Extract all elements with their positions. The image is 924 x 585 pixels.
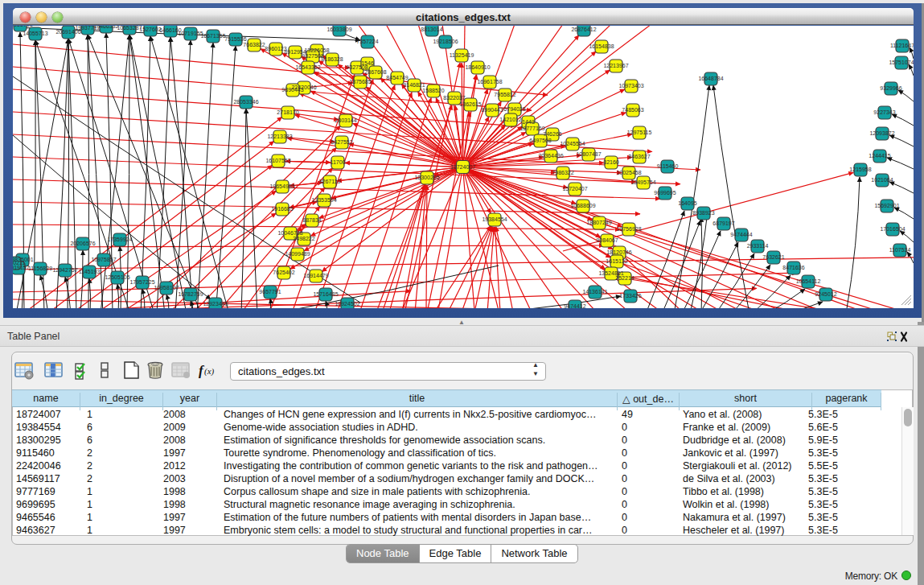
svg-text:19654985: 19654985 bbox=[269, 183, 294, 189]
svg-text:252214: 252214 bbox=[615, 275, 634, 281]
svg-text:8463627: 8463627 bbox=[628, 154, 650, 159]
svg-text:746266: 746266 bbox=[543, 131, 561, 137]
svg-text:6794028: 6794028 bbox=[503, 106, 525, 112]
svg-text:14136141: 14136141 bbox=[582, 289, 607, 295]
svg-text:20364436: 20364436 bbox=[538, 153, 563, 159]
svg-text:7663822: 7663822 bbox=[243, 42, 265, 47]
svg-text:10975857: 10975857 bbox=[91, 257, 116, 262]
svg-text:9890443: 9890443 bbox=[281, 87, 303, 93]
svg-text:10653287: 10653287 bbox=[117, 26, 142, 31]
svg-text:11121647: 11121647 bbox=[890, 43, 914, 48]
svg-text:26876412: 26876412 bbox=[571, 27, 596, 32]
svg-text:18807249: 18807249 bbox=[586, 220, 611, 225]
svg-text:16648784: 16648784 bbox=[698, 76, 723, 81]
svg-text:7515536: 7515536 bbox=[224, 36, 246, 42]
svg-text:8427552: 8427552 bbox=[331, 139, 352, 145]
svg-text:10719155: 10719155 bbox=[178, 31, 203, 36]
svg-text:18495754: 18495754 bbox=[630, 179, 655, 185]
svg-text:9474412: 9474412 bbox=[564, 303, 585, 308]
svg-text:10688609: 10688609 bbox=[570, 203, 595, 208]
svg-text:1916685: 1916685 bbox=[271, 206, 293, 212]
svg-text:9657791: 9657791 bbox=[259, 289, 281, 295]
svg-text:13353594: 13353594 bbox=[311, 197, 336, 203]
svg-text:1546: 1546 bbox=[361, 60, 374, 66]
svg-text:5190211: 5190211 bbox=[13, 260, 25, 266]
svg-text:16543362: 16543362 bbox=[295, 64, 320, 70]
svg-text:1421012: 1421012 bbox=[499, 117, 521, 122]
svg-text:10466332: 10466332 bbox=[93, 26, 118, 29]
svg-text:9227343: 9227343 bbox=[873, 109, 895, 115]
svg-text:9329966: 9329966 bbox=[880, 85, 901, 91]
svg-text:8938923: 8938923 bbox=[692, 210, 714, 216]
svg-text:18120746: 18120746 bbox=[606, 249, 631, 255]
svg-text:8267110: 8267110 bbox=[319, 179, 341, 184]
svg-text:9699695: 9699695 bbox=[654, 190, 676, 196]
svg-text:18300295: 18300295 bbox=[414, 175, 439, 180]
svg-text:10245554: 10245554 bbox=[560, 141, 585, 146]
svg-text:10654112: 10654112 bbox=[796, 278, 821, 284]
svg-text:7955812: 7955812 bbox=[494, 92, 515, 97]
svg-text:9146821: 9146821 bbox=[403, 82, 425, 88]
svg-text:12093872: 12093872 bbox=[869, 130, 894, 136]
svg-text:1021064: 1021064 bbox=[871, 177, 893, 183]
svg-text:1733426: 1733426 bbox=[619, 293, 641, 299]
svg-text:7625402: 7625402 bbox=[273, 270, 294, 275]
svg-text:16033809: 16033809 bbox=[326, 27, 351, 32]
svg-text:18724007: 18724007 bbox=[450, 164, 475, 170]
svg-text:9115460: 9115460 bbox=[657, 163, 679, 169]
svg-text:9474444: 9474444 bbox=[730, 232, 752, 237]
svg-text:8990443: 8990443 bbox=[481, 107, 503, 113]
svg-text:10046788: 10046788 bbox=[277, 230, 302, 236]
svg-text:17359924: 17359924 bbox=[107, 237, 132, 242]
svg-text:8322037: 8322037 bbox=[443, 95, 465, 101]
svg-text:15751074: 15751074 bbox=[889, 60, 914, 65]
svg-text:(x): (x) bbox=[204, 366, 215, 377]
svg-text:8813014: 8813014 bbox=[421, 27, 442, 32]
svg-text:13226058: 13226058 bbox=[304, 47, 329, 53]
svg-text:17957225: 17957225 bbox=[129, 279, 154, 285]
svg-text:11156829: 11156829 bbox=[28, 266, 52, 271]
svg-text:19756928: 19756928 bbox=[616, 226, 641, 232]
svg-text:9245012: 9245012 bbox=[815, 291, 836, 297]
svg-text:20206576: 20206576 bbox=[70, 241, 95, 246]
svg-text:1107534: 1107534 bbox=[889, 247, 911, 253]
svg-text:11700: 11700 bbox=[331, 159, 346, 165]
svg-text:164095: 164095 bbox=[678, 200, 696, 206]
svg-text:11325419: 11325419 bbox=[450, 52, 474, 58]
svg-text:7986322: 7986322 bbox=[552, 170, 573, 175]
svg-text:12923448: 12923448 bbox=[203, 301, 228, 307]
svg-text:19777169: 19777169 bbox=[519, 126, 544, 131]
svg-text:887834: 887834 bbox=[302, 217, 321, 223]
svg-text:10025458: 10025458 bbox=[616, 170, 641, 175]
svg-text:19218506: 19218506 bbox=[433, 39, 458, 44]
svg-text:6497568: 6497568 bbox=[529, 138, 551, 143]
svg-text:17016504: 17016504 bbox=[880, 226, 905, 232]
svg-text:1244415: 1244415 bbox=[869, 153, 890, 159]
svg-text:16961758: 16961758 bbox=[477, 79, 502, 84]
svg-text:14099489: 14099489 bbox=[285, 251, 310, 257]
svg-text:18640910: 18640910 bbox=[465, 64, 490, 70]
svg-text:15692901: 15692901 bbox=[874, 203, 899, 208]
svg-text:6879197: 6879197 bbox=[713, 220, 734, 226]
svg-text:12975115: 12975115 bbox=[627, 130, 652, 135]
svg-text:10807487: 10807487 bbox=[576, 151, 601, 157]
svg-text:16914479: 16914479 bbox=[303, 273, 328, 278]
svg-text:7357224: 7357224 bbox=[356, 39, 378, 44]
svg-text:1615132: 1615132 bbox=[606, 258, 627, 264]
svg-text:3498222: 3498222 bbox=[293, 236, 314, 241]
svg-text:8454749: 8454749 bbox=[386, 75, 408, 80]
svg-text:8186328: 8186328 bbox=[321, 56, 343, 62]
svg-text:1875685: 1875685 bbox=[349, 79, 371, 84]
svg-text:15720407: 15720407 bbox=[562, 186, 587, 192]
svg-text:2867608: 2867608 bbox=[364, 69, 386, 75]
svg-text:14055713: 14055713 bbox=[13, 26, 33, 27]
svg-text:1443: 1443 bbox=[522, 119, 535, 125]
svg-text:28053346: 28053346 bbox=[233, 99, 258, 105]
svg-text:8471636: 8471636 bbox=[782, 265, 804, 270]
svg-text:16154838: 16154838 bbox=[589, 43, 614, 49]
svg-text:12213967: 12213967 bbox=[603, 63, 628, 68]
svg-text:2933114: 2933114 bbox=[747, 243, 769, 249]
svg-text:14055713: 14055713 bbox=[23, 31, 47, 36]
svg-text:7632621: 7632621 bbox=[762, 254, 784, 260]
svg-text:1362615: 1362615 bbox=[459, 101, 481, 107]
